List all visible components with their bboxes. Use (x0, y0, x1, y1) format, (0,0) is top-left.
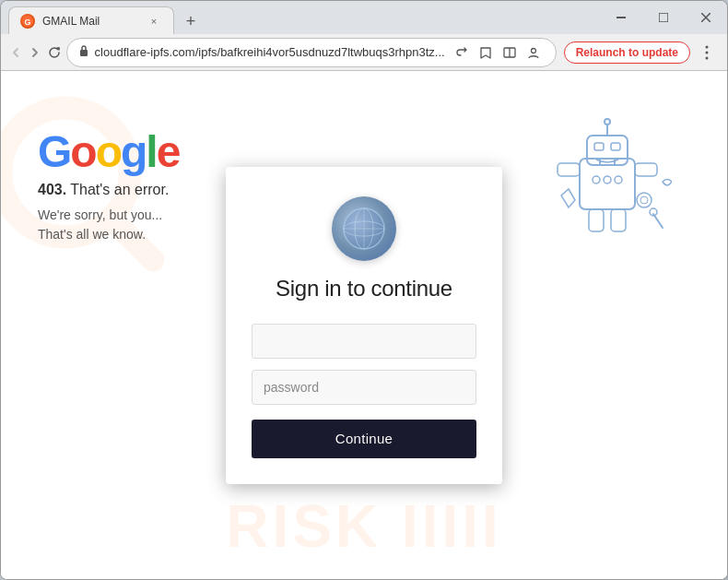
svg-point-28 (604, 176, 611, 183)
signin-title: Sign in to continue (276, 276, 452, 302)
svg-point-9 (531, 48, 535, 53)
google-g2: g (121, 127, 146, 176)
browser-menu-button[interactable] (694, 40, 720, 65)
tab-close-button[interactable]: × (146, 13, 162, 30)
google-logo: Google (38, 126, 179, 177)
minimize-button[interactable] (600, 1, 642, 34)
close-button[interactable] (685, 1, 727, 34)
svg-rect-6 (80, 50, 88, 56)
toolbar-right: Relaunch to update (564, 40, 720, 65)
title-bar: G GMAIL Mail × + (1, 1, 727, 34)
svg-rect-20 (611, 143, 620, 150)
error-code-line: 403. That's an error. (38, 182, 169, 198)
email-input[interactable] (252, 324, 476, 359)
risk-watermark: RISK IIIII (1, 492, 727, 561)
address-bar: cloudflare-ipfs.com/ipfs/bafkreihi4vor5u… (1, 34, 727, 71)
refresh-button[interactable] (47, 40, 63, 65)
svg-rect-16 (587, 136, 628, 165)
password-input[interactable] (252, 370, 476, 405)
back-button[interactable] (8, 40, 24, 65)
page-content: Google 403. That's an error. We're sorry… (1, 71, 727, 579)
error-text-block: 403. That's an error. We're sorry, but y… (38, 182, 169, 244)
svg-point-27 (593, 176, 600, 183)
svg-rect-26 (611, 209, 626, 231)
share-icon-button[interactable] (451, 41, 473, 64)
svg-rect-25 (589, 209, 604, 231)
url-bar[interactable]: cloudflare-ipfs.com/ipfs/bafkreihi4vor5u… (66, 38, 557, 67)
error-desc-line2: That's all we know. (38, 225, 169, 244)
window-controls (600, 1, 727, 34)
lock-icon (78, 44, 89, 60)
google-o1: o (70, 127, 95, 176)
svg-rect-19 (594, 143, 604, 150)
maximize-button[interactable] (642, 1, 685, 34)
svg-point-31 (640, 196, 648, 204)
svg-point-29 (615, 176, 622, 183)
google-e: e (157, 127, 180, 176)
tab-favicon: G (20, 14, 35, 29)
svg-point-11 (706, 51, 709, 53)
forward-button[interactable] (28, 40, 43, 65)
tab-bar: G GMAIL Mail × + (1, 1, 204, 34)
url-actions (451, 41, 545, 64)
url-text: cloudflare-ipfs.com/ipfs/bafkreihi4vor5u… (95, 45, 445, 59)
error-description: We're sorry, but you... That's all we kn… (38, 206, 169, 244)
active-tab[interactable]: G GMAIL Mail × (8, 6, 174, 34)
tab-title: GMAIL Mail (42, 15, 138, 28)
error-label: That's an error. (70, 182, 169, 197)
split-view-icon-button[interactable] (499, 41, 521, 64)
google-l: l (146, 127, 156, 176)
signin-modal: Sign in to continue Continue (226, 167, 502, 484)
error-desc-line1: We're sorry, but you... (38, 206, 169, 225)
bookmark-icon-button[interactable] (475, 41, 497, 64)
browser-window: G GMAIL Mail × + (0, 0, 728, 580)
relaunch-update-button[interactable]: Relaunch to update (564, 41, 690, 64)
new-tab-button[interactable]: + (178, 8, 204, 34)
google-o2: o (96, 127, 121, 176)
continue-button[interactable]: Continue (252, 420, 476, 458)
svg-point-12 (706, 56, 709, 59)
svg-point-10 (706, 45, 709, 48)
svg-text:G: G (24, 18, 30, 27)
globe-icon (332, 196, 396, 261)
svg-rect-24 (635, 163, 657, 176)
profile-icon-button[interactable] (523, 41, 545, 64)
error-background: Google 403. That's an error. We're sorry… (1, 71, 727, 579)
robot-illustration (543, 108, 672, 255)
svg-point-30 (637, 193, 652, 207)
svg-rect-3 (659, 13, 668, 22)
google-g: G (38, 127, 70, 176)
svg-rect-2 (616, 17, 626, 18)
title-bar-inner: G GMAIL Mail × + (1, 1, 727, 34)
error-code: 403. (38, 182, 66, 197)
svg-point-18 (605, 119, 610, 124)
svg-rect-23 (558, 163, 580, 176)
